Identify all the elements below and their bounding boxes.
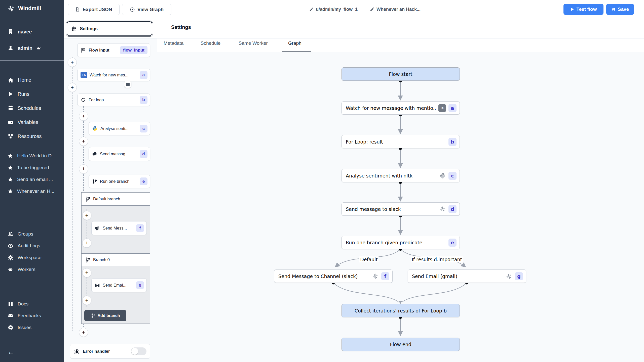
add-branch-button[interactable]: Add branch <box>84 310 126 321</box>
typescript-icon: TS <box>81 72 87 78</box>
add-step-button[interactable]: + <box>79 112 88 121</box>
tab-same-worker[interactable]: Same Worker <box>239 40 268 46</box>
favorite-label: Send an email ... <box>17 177 53 182</box>
step-node-a[interactable]: TS Watch for new mes... a <box>77 69 150 81</box>
graph-node-flow-end[interactable]: Flow end <box>342 338 460 351</box>
tab-graph[interactable]: Graph <box>288 40 301 46</box>
sidebar-item-workspace[interactable]: Workspace <box>0 252 64 263</box>
sidebar-item-home[interactable]: Home <box>0 73 64 87</box>
branch-header-default[interactable]: Default branch <box>81 192 150 206</box>
add-step-button[interactable]: + <box>79 164 88 173</box>
plus-icon: + <box>82 113 85 119</box>
step-node-b[interactable]: For loop b <box>77 94 150 106</box>
graph-node-f[interactable]: Send Message to Channel (slack) f <box>274 269 393 283</box>
book-icon <box>8 301 14 307</box>
sidebar-item-label: Resources <box>18 133 42 139</box>
sidebar-item-label: Workspace <box>18 255 42 260</box>
plus-icon: + <box>71 59 74 66</box>
sidebar-item-label: Feedbacks <box>18 313 41 319</box>
graph-node-flow-start[interactable]: Flow start <box>342 67 460 81</box>
sidebar-item-feedbacks[interactable]: Feedbacks <box>0 310 64 322</box>
step-node-g[interactable]: Send Emai... g <box>91 278 147 292</box>
graph-node-label: Collect iterations' results of For Loop … <box>355 308 447 313</box>
sidebar-item-issues[interactable]: Issues <box>0 322 64 333</box>
step-node-e[interactable]: Run one branch e <box>89 175 150 188</box>
file-export-icon <box>75 7 80 12</box>
export-json-button[interactable]: Export JSON <box>68 4 120 15</box>
plus-icon: + <box>85 240 89 246</box>
graph-node-d[interactable]: Send message to slack d <box>342 202 460 216</box>
sidebar-item-runs[interactable]: Runs <box>0 87 64 101</box>
flow-input-label: Flow Input <box>89 48 118 53</box>
step-badge: g <box>515 272 523 280</box>
step-label: For loop <box>89 98 137 102</box>
graph-node-b[interactable]: For Loop: result b <box>342 135 460 148</box>
workspace-switcher[interactable]: navee <box>0 26 64 37</box>
tab-schedule[interactable]: Schedule <box>201 40 220 46</box>
flow-name-text: Whenever an Hack... <box>376 7 421 12</box>
star-icon <box>8 177 13 182</box>
view-graph-label: View Graph <box>137 7 164 12</box>
user-menu[interactable]: admin <box>0 42 64 54</box>
sidebar-item-fav-to-be-triggered[interactable]: To be triggered ... <box>0 162 64 173</box>
step-node-f[interactable]: Send Mess... f <box>91 221 147 235</box>
slack-icon <box>95 225 100 231</box>
flow-path-edit[interactable]: u/admin/my_flow_1 <box>309 7 358 12</box>
error-handler[interactable]: Error handler <box>70 344 150 359</box>
sidebar-item-schedules[interactable]: Schedules <box>0 101 64 115</box>
sidebar-item-workers[interactable]: Workers <box>0 263 64 275</box>
sidebar-item-variables[interactable]: Variables <box>0 115 64 129</box>
sidebar-item-docs[interactable]: Docs <box>0 298 64 310</box>
plus-icon: + <box>71 84 74 91</box>
graph-node-a[interactable]: Watch for new message with mentio... TS … <box>342 101 460 115</box>
add-step-button[interactable]: + <box>68 83 77 92</box>
app-title: Windmill <box>18 5 41 12</box>
sidebar-item-audit-logs[interactable]: Audit Logs <box>0 240 64 252</box>
add-step-button[interactable]: + <box>82 239 91 248</box>
sidebar-item-fav-whenever[interactable]: Whenever an H... <box>0 185 64 197</box>
slack-icon <box>92 151 97 157</box>
branch-header-0[interactable]: Branch 0 <box>81 253 150 266</box>
sidebar-item-fav-send-email[interactable]: Send an email ... <box>0 173 64 185</box>
graph-node-c[interactable]: Analyse sentiment with nltk c <box>342 169 460 182</box>
tab-metadata[interactable]: Metadata <box>164 40 183 46</box>
divider <box>64 38 157 38</box>
graph-node-e[interactable]: Run one branch given predicate e <box>342 236 460 249</box>
play-icon <box>570 7 574 11</box>
test-flow-button[interactable]: Test flow <box>563 4 603 15</box>
star-icon <box>8 153 13 159</box>
flow-settings-button[interactable]: Settings <box>67 21 152 36</box>
sidebar-item-groups[interactable]: Groups <box>0 228 64 240</box>
sidebar-item-resources[interactable]: Resources <box>0 129 64 143</box>
flow-graph-canvas[interactable]: Flow start Watch for new message with me… <box>157 52 644 362</box>
view-graph-icon <box>130 7 135 12</box>
add-step-button[interactable]: + <box>82 211 91 220</box>
step-label: Watch for new mes... <box>90 73 137 77</box>
building-icon <box>8 29 14 35</box>
step-node-d[interactable]: Send messag... d <box>89 147 150 161</box>
add-step-button[interactable]: + <box>68 58 77 67</box>
loop-icon <box>81 97 86 103</box>
error-handler-toggle[interactable] <box>131 347 146 355</box>
graph-node-collect[interactable]: Collect iterations' results of For Loop … <box>342 304 460 317</box>
sidebar-item-fav-hello-world[interactable]: Hello World in D... <box>0 150 64 162</box>
graph-node-g[interactable]: Send Email (gmail) g <box>408 269 526 283</box>
app-logo[interactable]: Windmill <box>0 3 64 14</box>
save-button[interactable]: Save <box>606 4 634 15</box>
breadcrumb: u/admin/my_flow_1 Whenever an Hack... <box>309 0 421 19</box>
pencil-icon <box>309 7 314 12</box>
flow-input-node[interactable]: Flow Input flow_input <box>77 43 150 57</box>
add-step-button[interactable]: + <box>79 328 88 337</box>
add-step-button[interactable]: + <box>79 137 88 146</box>
flow-name-edit[interactable]: Whenever an Hack... <box>370 7 421 12</box>
view-graph-button[interactable]: View Graph <box>122 4 171 15</box>
add-step-button[interactable]: + <box>82 268 91 277</box>
branch-icon <box>92 179 97 184</box>
add-step-button[interactable]: + <box>82 296 91 305</box>
collapse-sidebar-button[interactable]: ← <box>0 346 64 357</box>
node-drag-handle[interactable] <box>124 81 131 88</box>
graph-node-label: Flow end <box>390 342 411 347</box>
calendar-icon <box>8 105 14 111</box>
step-node-c[interactable]: Analyse senti... c <box>89 122 150 135</box>
robot-icon <box>8 266 14 273</box>
